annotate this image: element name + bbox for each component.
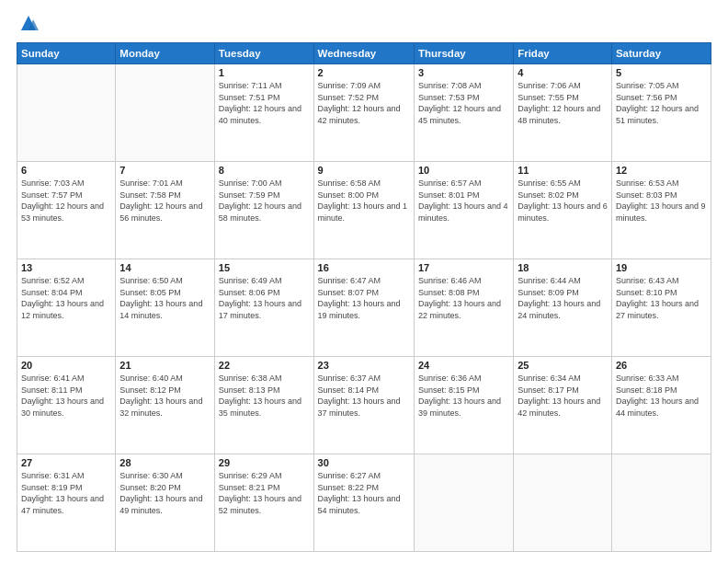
day-info: Sunrise: 6:53 AM Sunset: 8:03 PM Dayligh…	[616, 178, 707, 224]
logo-icon	[18, 13, 39, 33]
day-info: Sunrise: 6:49 AM Sunset: 8:06 PM Dayligh…	[219, 275, 310, 321]
day-info: Sunrise: 6:57 AM Sunset: 8:01 PM Dayligh…	[418, 178, 509, 224]
day-number: 21	[119, 360, 210, 371]
calendar-cell	[116, 64, 215, 162]
day-number: 20	[21, 360, 111, 371]
header-day-saturday: Saturday	[611, 43, 711, 64]
calendar-cell	[514, 454, 612, 552]
calendar-cell: 8Sunrise: 7:00 AM Sunset: 7:59 PM Daylig…	[214, 162, 313, 259]
calendar-cell: 13Sunrise: 6:52 AM Sunset: 8:04 PM Dayli…	[17, 259, 116, 357]
calendar-cell	[611, 454, 711, 552]
day-info: Sunrise: 6:33 AM Sunset: 8:18 PM Dayligh…	[616, 373, 707, 419]
calendar-body: 1Sunrise: 7:11 AM Sunset: 7:51 PM Daylig…	[17, 64, 711, 552]
day-number: 7	[119, 165, 210, 176]
day-number: 1	[219, 67, 310, 78]
calendar-cell: 28Sunrise: 6:30 AM Sunset: 8:20 PM Dayli…	[116, 454, 215, 552]
day-info: Sunrise: 6:37 AM Sunset: 8:14 PM Dayligh…	[318, 373, 410, 419]
calendar-cell: 30Sunrise: 6:27 AM Sunset: 8:22 PM Dayli…	[313, 454, 414, 552]
day-info: Sunrise: 6:40 AM Sunset: 8:12 PM Dayligh…	[119, 373, 210, 419]
calendar-cell: 10Sunrise: 6:57 AM Sunset: 8:01 PM Dayli…	[414, 162, 513, 259]
day-number: 10	[418, 165, 509, 176]
calendar-cell: 3Sunrise: 7:08 AM Sunset: 7:53 PM Daylig…	[414, 64, 513, 162]
calendar-week-5: 27Sunrise: 6:31 AM Sunset: 8:19 PM Dayli…	[17, 454, 711, 552]
day-info: Sunrise: 7:00 AM Sunset: 7:59 PM Dayligh…	[219, 178, 310, 224]
day-number: 29	[219, 457, 310, 468]
day-number: 28	[119, 457, 210, 468]
day-info: Sunrise: 6:29 AM Sunset: 8:21 PM Dayligh…	[219, 470, 310, 516]
calendar-cell: 2Sunrise: 7:09 AM Sunset: 7:52 PM Daylig…	[313, 64, 414, 162]
day-info: Sunrise: 7:05 AM Sunset: 7:56 PM Dayligh…	[616, 80, 707, 126]
calendar-cell: 19Sunrise: 6:43 AM Sunset: 8:10 PM Dayli…	[611, 259, 711, 357]
day-number: 2	[318, 67, 410, 78]
header-day-thursday: Thursday	[414, 43, 513, 64]
day-info: Sunrise: 6:58 AM Sunset: 8:00 PM Dayligh…	[318, 178, 410, 224]
calendar-week-4: 20Sunrise: 6:41 AM Sunset: 8:11 PM Dayli…	[17, 357, 711, 454]
calendar-cell: 15Sunrise: 6:49 AM Sunset: 8:06 PM Dayli…	[214, 259, 313, 357]
calendar-week-2: 6Sunrise: 7:03 AM Sunset: 7:57 PM Daylig…	[17, 162, 711, 259]
calendar-cell: 17Sunrise: 6:46 AM Sunset: 8:08 PM Dayli…	[414, 259, 513, 357]
calendar-cell: 9Sunrise: 6:58 AM Sunset: 8:00 PM Daylig…	[313, 162, 414, 259]
day-info: Sunrise: 6:31 AM Sunset: 8:19 PM Dayligh…	[21, 470, 111, 516]
day-info: Sunrise: 6:46 AM Sunset: 8:08 PM Dayligh…	[418, 275, 509, 321]
calendar-cell: 6Sunrise: 7:03 AM Sunset: 7:57 PM Daylig…	[17, 162, 116, 259]
day-info: Sunrise: 6:52 AM Sunset: 8:04 PM Dayligh…	[21, 275, 111, 321]
calendar-cell: 12Sunrise: 6:53 AM Sunset: 8:03 PM Dayli…	[611, 162, 711, 259]
day-number: 18	[518, 262, 608, 273]
calendar-cell: 23Sunrise: 6:37 AM Sunset: 8:14 PM Dayli…	[313, 357, 414, 454]
day-number: 22	[219, 360, 310, 371]
calendar-cell	[414, 454, 513, 552]
day-number: 11	[518, 165, 608, 176]
header-day-sunday: Sunday	[17, 43, 116, 64]
calendar-cell: 24Sunrise: 6:36 AM Sunset: 8:15 PM Dayli…	[414, 357, 513, 454]
calendar-cell: 20Sunrise: 6:41 AM Sunset: 8:11 PM Dayli…	[17, 357, 116, 454]
day-number: 14	[119, 262, 210, 273]
day-number: 5	[616, 67, 707, 78]
day-info: Sunrise: 6:43 AM Sunset: 8:10 PM Dayligh…	[616, 275, 707, 321]
calendar-cell: 16Sunrise: 6:47 AM Sunset: 8:07 PM Dayli…	[313, 259, 414, 357]
calendar-cell: 26Sunrise: 6:33 AM Sunset: 8:18 PM Dayli…	[611, 357, 711, 454]
calendar-cell: 7Sunrise: 7:01 AM Sunset: 7:58 PM Daylig…	[116, 162, 215, 259]
day-info: Sunrise: 7:08 AM Sunset: 7:53 PM Dayligh…	[418, 80, 509, 126]
day-info: Sunrise: 7:11 AM Sunset: 7:51 PM Dayligh…	[219, 80, 310, 126]
day-number: 9	[318, 165, 410, 176]
logo	[17, 17, 39, 33]
day-info: Sunrise: 7:09 AM Sunset: 7:52 PM Dayligh…	[318, 80, 410, 126]
day-info: Sunrise: 6:41 AM Sunset: 8:11 PM Dayligh…	[21, 373, 111, 419]
page-header	[17, 17, 711, 33]
calendar-cell: 25Sunrise: 6:34 AM Sunset: 8:17 PM Dayli…	[514, 357, 612, 454]
calendar-cell: 4Sunrise: 7:06 AM Sunset: 7:55 PM Daylig…	[514, 64, 612, 162]
day-number: 17	[418, 262, 509, 273]
calendar-cell	[17, 64, 116, 162]
day-info: Sunrise: 6:47 AM Sunset: 8:07 PM Dayligh…	[318, 275, 410, 321]
calendar-week-1: 1Sunrise: 7:11 AM Sunset: 7:51 PM Daylig…	[17, 64, 711, 162]
calendar-cell: 11Sunrise: 6:55 AM Sunset: 8:02 PM Dayli…	[514, 162, 612, 259]
calendar-week-3: 13Sunrise: 6:52 AM Sunset: 8:04 PM Dayli…	[17, 259, 711, 357]
calendar-cell: 1Sunrise: 7:11 AM Sunset: 7:51 PM Daylig…	[214, 64, 313, 162]
calendar-cell: 21Sunrise: 6:40 AM Sunset: 8:12 PM Dayli…	[116, 357, 215, 454]
day-number: 6	[21, 165, 111, 176]
day-info: Sunrise: 7:01 AM Sunset: 7:58 PM Dayligh…	[119, 178, 210, 224]
day-number: 3	[418, 67, 509, 78]
day-number: 16	[318, 262, 410, 273]
day-number: 23	[318, 360, 410, 371]
day-number: 19	[616, 262, 707, 273]
day-info: Sunrise: 6:36 AM Sunset: 8:15 PM Dayligh…	[418, 373, 509, 419]
header-day-monday: Monday	[116, 43, 215, 64]
day-info: Sunrise: 6:50 AM Sunset: 8:05 PM Dayligh…	[119, 275, 210, 321]
day-number: 4	[518, 67, 608, 78]
day-number: 27	[21, 457, 111, 468]
calendar-cell: 22Sunrise: 6:38 AM Sunset: 8:13 PM Dayli…	[214, 357, 313, 454]
day-number: 24	[418, 360, 509, 371]
header-day-wednesday: Wednesday	[313, 43, 414, 64]
calendar-cell: 29Sunrise: 6:29 AM Sunset: 8:21 PM Dayli…	[214, 454, 313, 552]
header-day-friday: Friday	[514, 43, 612, 64]
day-info: Sunrise: 6:38 AM Sunset: 8:13 PM Dayligh…	[219, 373, 310, 419]
day-info: Sunrise: 6:34 AM Sunset: 8:17 PM Dayligh…	[518, 373, 608, 419]
day-info: Sunrise: 6:27 AM Sunset: 8:22 PM Dayligh…	[318, 470, 410, 516]
calendar-cell: 27Sunrise: 6:31 AM Sunset: 8:19 PM Dayli…	[17, 454, 116, 552]
day-info: Sunrise: 6:55 AM Sunset: 8:02 PM Dayligh…	[518, 178, 608, 224]
day-number: 26	[616, 360, 707, 371]
day-number: 25	[518, 360, 608, 371]
calendar-header-row: SundayMondayTuesdayWednesdayThursdayFrid…	[17, 43, 711, 64]
day-info: Sunrise: 6:44 AM Sunset: 8:09 PM Dayligh…	[518, 275, 608, 321]
